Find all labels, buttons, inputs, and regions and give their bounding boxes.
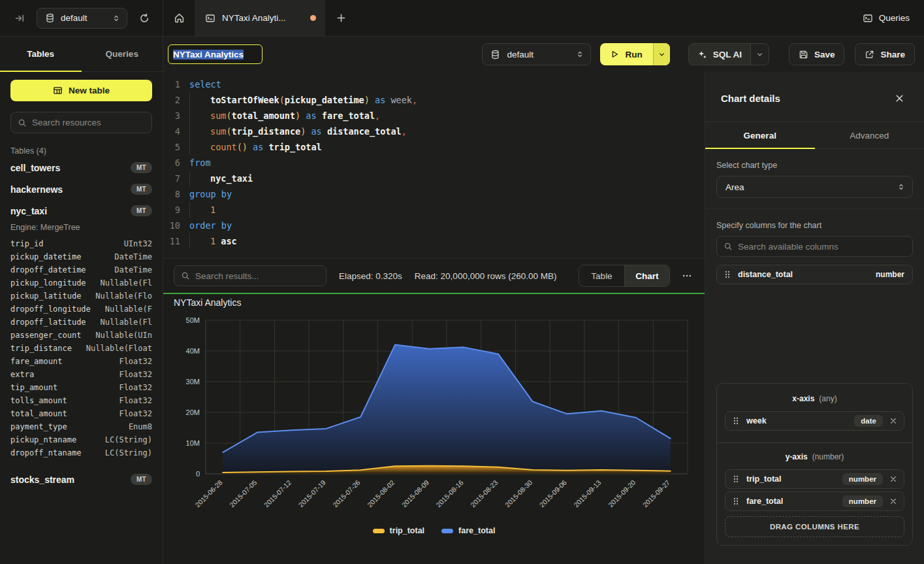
drag-grip-icon[interactable] <box>732 416 740 425</box>
svg-text:2015-08-09: 2015-08-09 <box>400 478 431 509</box>
rows-read: Read: 20,000,000 rows (260.00 MB) <box>415 271 557 281</box>
code-line: 3 sum(total_amount) as fare_total, <box>163 108 705 124</box>
share-button[interactable]: Share <box>855 43 915 65</box>
drag-grip-icon[interactable] <box>732 497 740 506</box>
legend-item-trip_total[interactable]: trip_total <box>373 526 424 535</box>
x-axis-hint: (any) <box>819 394 836 403</box>
column-pill-name: distance_total <box>738 270 869 279</box>
column-type: Nullable(Float <box>86 344 152 353</box>
remove-icon[interactable] <box>889 417 897 425</box>
save-button[interactable]: Save <box>789 43 845 65</box>
save-button-label: Save <box>814 50 835 59</box>
column-type: Nullable(UIn <box>95 331 152 340</box>
new-table-button[interactable]: New table <box>10 80 152 101</box>
collapse-sidebar-icon[interactable] <box>10 9 29 27</box>
tab-nytaxi-analytics[interactable]: NYTaxi Analyti... <box>195 0 325 36</box>
engine-badge: MT <box>131 162 152 173</box>
remove-icon[interactable] <box>889 497 897 505</box>
more-options-button[interactable] <box>678 267 696 285</box>
line-number: 11 <box>163 233 189 249</box>
y-axis-column-pill[interactable]: fare_totalnumber <box>725 491 904 511</box>
sidebar-search-input[interactable] <box>32 118 148 127</box>
queries-button[interactable]: Queries <box>848 0 924 36</box>
column-row: passenger_countNullable(UIn <box>10 329 152 342</box>
sql-ai-button[interactable]: SQL AI <box>688 43 769 65</box>
column-name: total_amount <box>10 409 119 418</box>
results-search[interactable] <box>174 265 327 286</box>
remove-icon[interactable] <box>889 475 897 483</box>
panel-title: Chart details <box>721 93 890 104</box>
column-row: payment_typeEnum8 <box>10 420 152 433</box>
panel-tab-advanced[interactable]: Advanced <box>815 122 924 148</box>
chevron-down-icon <box>756 51 763 58</box>
new-tab-button[interactable] <box>325 0 357 36</box>
view-toggle-table[interactable]: Table <box>579 265 624 286</box>
home-button[interactable] <box>163 0 195 36</box>
column-type-badge: number <box>842 495 883 507</box>
column-row: dropoff_ntanameLC(String) <box>10 446 152 459</box>
refresh-icon[interactable] <box>135 9 153 27</box>
svg-text:50M: 50M <box>186 316 200 324</box>
panel-tab-general[interactable]: General <box>705 122 815 148</box>
available-column-pill[interactable]: distance_totalnumber <box>716 265 913 284</box>
table-row[interactable]: stocks_streamMT <box>10 469 152 490</box>
svg-text:40M: 40M <box>186 347 200 355</box>
table-engine-label: Engine: MergeTree <box>10 223 152 232</box>
chart-type-select[interactable]: Area <box>716 176 913 198</box>
tab-title: NYTaxi Analyti... <box>222 13 304 23</box>
column-row: pickup_datetimeDateTime <box>10 250 152 263</box>
column-type: Float32 <box>119 370 152 379</box>
database-icon <box>45 13 55 23</box>
database-selector[interactable]: default <box>37 8 127 29</box>
close-panel-button[interactable] <box>890 89 908 107</box>
column-type: Nullable(Fl <box>101 278 152 288</box>
run-button[interactable]: Run <box>600 43 669 65</box>
x-axis-rows: weekdate <box>725 411 904 431</box>
drag-grip-icon[interactable] <box>724 270 731 279</box>
chart-region: NYTaxi Analytics 010M20M30M40M50M2015-06… <box>163 294 705 564</box>
play-icon <box>610 50 619 59</box>
search-icon <box>18 118 27 127</box>
query-title-input[interactable]: NYTaxi Analytics <box>168 44 263 64</box>
sidebar: Tables Queries New table Tables (4) cell… <box>0 37 163 564</box>
table-row[interactable]: nyc_taxiMT <box>10 200 152 222</box>
line-number: 2 <box>163 92 189 108</box>
sparkles-icon <box>697 50 707 59</box>
line-number: 3 <box>163 108 189 124</box>
code-line: 11 1 asc <box>163 233 705 249</box>
column-name: dropoff_ntaname <box>10 448 105 457</box>
results-search-input[interactable] <box>195 271 319 281</box>
column-row: tip_amountFloat32 <box>10 381 152 394</box>
code-text: count() as trip_total <box>189 139 322 155</box>
code-text: 1 <box>189 202 215 218</box>
drag-grip-icon[interactable] <box>732 474 740 484</box>
code-line: 7 nyc_taxi <box>163 171 705 186</box>
legend-item-fare_total[interactable]: fare_total <box>441 526 495 535</box>
column-type: Nullable(F <box>105 305 152 314</box>
sql-ai-caret[interactable] <box>750 44 769 65</box>
code-text: group by <box>189 186 232 202</box>
sidebar-tab-queries[interactable]: Queries <box>82 37 163 71</box>
columns-search-input[interactable] <box>738 242 906 252</box>
column-type: Float32 <box>119 396 152 405</box>
query-title-value: NYTaxi Analytics <box>173 50 244 59</box>
run-options-caret[interactable] <box>653 43 670 65</box>
y-axis-column-pill[interactable]: trip_totalnumber <box>725 469 904 489</box>
columns-search[interactable] <box>716 236 913 257</box>
code-line: 2 toStartOfWeek(pickup_datetime) as week… <box>163 92 705 108</box>
x-axis-column-pill[interactable]: weekdate <box>725 411 904 431</box>
code-line: 4 sum(trip_distance) as distance_total, <box>163 124 705 139</box>
sidebar-tab-tables[interactable]: Tables <box>0 37 82 71</box>
chart-type-section: Select chart type Area <box>705 149 924 208</box>
close-icon <box>895 93 904 103</box>
sql-editor[interactable]: 1select2 toStartOfWeek(pickup_datetime) … <box>163 72 705 258</box>
database-icon <box>490 50 500 59</box>
table-row[interactable]: cell_towersMT <box>10 157 152 178</box>
sidebar-search[interactable] <box>10 112 152 133</box>
toolbar-database-selector[interactable]: default <box>482 43 591 65</box>
table-row[interactable]: hackernewsMT <box>10 178 152 200</box>
column-name: tolls_amount <box>10 396 119 405</box>
view-toggle-chart[interactable]: Chart <box>624 265 669 286</box>
drag-columns-dropzone[interactable]: DRAG COLUMNS HERE <box>725 516 904 537</box>
svg-text:20M: 20M <box>186 408 200 416</box>
